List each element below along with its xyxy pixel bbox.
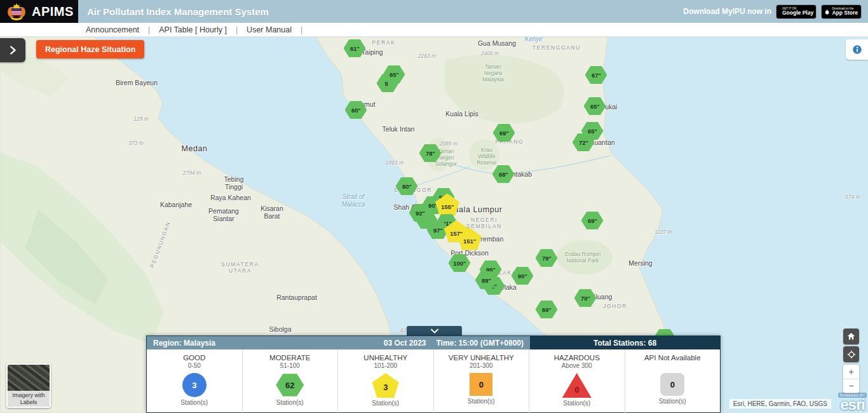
apple-icon bbox=[825, 8, 829, 16]
legend-category-label: UNHEALTHY bbox=[363, 354, 407, 362]
legend-category: GOOD0-503Station(s) bbox=[147, 349, 243, 413]
map-attribution: Esri, HERE, Garmin, FAO, USGS bbox=[729, 399, 831, 409]
pentagon-shape: 3 bbox=[372, 373, 399, 398]
basemap-toggle[interactable]: Imagery with Labels bbox=[6, 363, 51, 408]
legend-category: VERY UNHEALTHY201-3000Station(s) bbox=[434, 349, 530, 413]
legend-station-caption: Station(s) bbox=[372, 400, 399, 407]
hexagon-shape: 62 bbox=[276, 373, 304, 397]
esri-logo: POWERED BY esri bbox=[838, 393, 867, 412]
date-label: 03 Oct 2023 bbox=[384, 339, 426, 348]
nav-separator: | bbox=[148, 25, 150, 34]
legend-category: API Not Available0Station(s) bbox=[625, 349, 721, 413]
legend-category: MODERATE51-10062Station(s) bbox=[243, 349, 339, 413]
zoom-out-button[interactable]: − bbox=[843, 379, 859, 393]
legend-category-label: API Not Available bbox=[644, 354, 701, 362]
legend-category-range: 201-300 bbox=[470, 362, 493, 370]
legend-category-label: VERY UNHEALTHY bbox=[449, 354, 514, 362]
download-promo: Download MyIPU now in GET IT ON Google P… bbox=[683, 4, 862, 19]
app-store-badge[interactable]: Download on the App Store bbox=[821, 4, 862, 19]
zoom-in-button[interactable]: + bbox=[843, 365, 859, 379]
legend-category-label: HAZARDOUS bbox=[554, 354, 600, 362]
malaysia-coat-of-arms-icon bbox=[5, 3, 28, 20]
title-bar: Air Pollutant Index Management System Do… bbox=[78, 0, 868, 23]
square-shape: 0 bbox=[470, 373, 492, 396]
legend-category: UNHEALTHY101-2003Station(s) bbox=[338, 349, 434, 413]
nav-separator: | bbox=[236, 25, 238, 34]
info-icon bbox=[851, 44, 863, 55]
legend-category: HAZARDOUSAbove 3000Station(s) bbox=[529, 349, 625, 413]
region-label: Region: Malaysia bbox=[153, 339, 215, 348]
legend-category-label: GOOD bbox=[183, 354, 205, 362]
info-button[interactable] bbox=[846, 39, 868, 60]
home-icon bbox=[846, 332, 856, 341]
legend-category-label: MODERATE bbox=[269, 354, 310, 362]
legend-category-range: Above 300 bbox=[562, 362, 592, 370]
legend-station-caption: Station(s) bbox=[180, 399, 208, 406]
nav-item[interactable]: API Table [ Hourly ] bbox=[159, 25, 227, 34]
time-label: Time: 15:00 (GMT+0800) bbox=[436, 339, 524, 348]
locate-button[interactable] bbox=[843, 346, 859, 362]
logo-block: APIMS bbox=[0, 0, 78, 23]
badge-line2: Google Play bbox=[782, 10, 813, 16]
locate-icon bbox=[846, 349, 857, 360]
rounded-square-shape: 0 bbox=[660, 373, 684, 396]
panel-collapse-tab[interactable] bbox=[407, 326, 462, 335]
sidebar-expand-button[interactable] bbox=[0, 38, 25, 62]
total-stations-label: Total Stations: 68 bbox=[530, 336, 720, 349]
home-button[interactable] bbox=[843, 328, 859, 344]
download-text: Download MyIPU now in bbox=[683, 7, 771, 16]
nav-separator: | bbox=[301, 25, 302, 34]
page-title: Air Pollutant Index Management System bbox=[87, 6, 269, 17]
circle-shape: 3 bbox=[182, 373, 207, 397]
legend-category-range: 0-50 bbox=[188, 362, 201, 370]
legend-station-caption: Station(s) bbox=[468, 398, 495, 405]
regional-haze-button[interactable]: Regional Haze Situation bbox=[36, 40, 144, 58]
triangle-shape: 0 bbox=[562, 373, 592, 398]
zoom-control: + − bbox=[843, 364, 860, 393]
chevron-right-icon bbox=[7, 44, 18, 56]
badge-line2: App Store bbox=[832, 10, 858, 16]
legend-category-range: 101-200 bbox=[374, 362, 397, 370]
region-datetime-bar: Region: Malaysia 03 Oct 2023 Time: 15:00… bbox=[147, 336, 530, 349]
app-logo-text: APIMS bbox=[32, 4, 74, 19]
legend-station-caption: Station(s) bbox=[563, 400, 590, 407]
esri-wordmark: esri bbox=[838, 398, 867, 412]
basemap-toggle-label: Imagery with Labels bbox=[8, 391, 50, 407]
api-legend: GOOD0-503Station(s)MODERATE51-10062Stati… bbox=[147, 349, 720, 413]
google-play-badge[interactable]: GET IT ON Google Play bbox=[776, 4, 817, 19]
legend-station-caption: Station(s) bbox=[276, 399, 304, 406]
nav-item[interactable]: User Manual bbox=[247, 25, 292, 34]
main-nav: Announcement|API Table [ Hourly ]|User M… bbox=[0, 23, 868, 37]
chevron-down-icon bbox=[430, 328, 439, 334]
legend-category-range: 51-100 bbox=[280, 362, 300, 370]
nav-item[interactable]: Announcement bbox=[86, 25, 139, 34]
legend-station-caption: Station(s) bbox=[659, 398, 686, 405]
app-header: APIMS Air Pollutant Index Management Sys… bbox=[0, 0, 868, 23]
api-status-panel: Region: Malaysia 03 Oct 2023 Time: 15:00… bbox=[146, 335, 721, 413]
status-panel-header: Region: Malaysia 03 Oct 2023 Time: 15:00… bbox=[147, 336, 720, 349]
